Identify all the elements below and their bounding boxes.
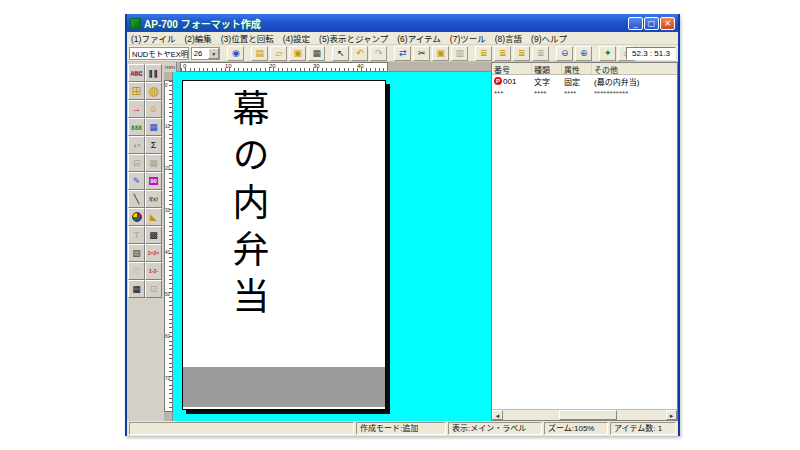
status-zoom-level: ズーム:105% xyxy=(544,422,608,435)
pen-tool-icon[interactable]: ✎ xyxy=(128,172,145,190)
label-text-item[interactable]: 幕の内弁当 xyxy=(225,89,269,324)
chevron-down-icon[interactable]: ▼ xyxy=(208,48,219,59)
line-tool-icon[interactable]: ╲ xyxy=(128,190,145,208)
ruler-tick: 20 xyxy=(165,165,170,170)
stamp-icon[interactable]: ◉ xyxy=(227,46,244,61)
status-blank xyxy=(129,422,354,435)
horizontal-ruler-scale: 0 10 20 30 40 xyxy=(180,62,388,72)
bitmap-tool-icon[interactable]: ▦ xyxy=(128,280,145,298)
function-tool-icon[interactable]: f(x) xyxy=(145,190,162,208)
ruler-tick: 10 xyxy=(165,123,170,128)
title-bar[interactable]: AP-700 フォーマット作成 _ ▢ ✕ xyxy=(127,14,678,32)
pie-chart-tool-icon[interactable] xyxy=(128,208,145,226)
design-canvas[interactable]: 幕の内弁当 xyxy=(173,72,495,421)
seal-tool-icon[interactable]: ◍ xyxy=(145,82,162,100)
align-list-icon[interactable]: ≣ xyxy=(513,46,530,61)
table-row[interactable]: *** **** **** *********** xyxy=(492,87,677,99)
menu-settings[interactable]: (4)設定 xyxy=(283,32,310,44)
label-page[interactable]: 幕の内弁当 xyxy=(182,80,386,410)
align-list-icon[interactable]: ≣ xyxy=(475,46,492,61)
menu-language[interactable]: (8)言語 xyxy=(495,32,522,44)
swap-icon[interactable]: ⇄ xyxy=(394,46,411,61)
font-size-select[interactable]: 26 ▼ xyxy=(191,47,221,60)
text-tool-icon[interactable]: ABC xyxy=(128,64,145,82)
minimize-button[interactable]: _ xyxy=(628,17,643,30)
ruler-tick: 0 xyxy=(183,63,186,69)
align-list-icon[interactable]: ≣ xyxy=(494,46,511,61)
sheets-tool-icon[interactable]: ⊡ xyxy=(145,280,162,298)
triangle-tool-icon[interactable]: ▲▼ xyxy=(128,136,145,154)
menu-help[interactable]: (9)ヘルプ xyxy=(531,32,567,44)
item-attr-cell: **** xyxy=(562,89,592,98)
arrow-tool-icon[interactable]: → xyxy=(128,100,145,118)
column-header-number[interactable]: 番号 xyxy=(492,63,532,74)
digits-tool-icon[interactable]: 00 xyxy=(145,172,162,190)
align-list-icon[interactable]: ≣ xyxy=(532,46,549,61)
ruler-tick: 50 xyxy=(165,291,170,296)
item-list-header: 番号 種類 属性 その他 xyxy=(492,63,677,75)
qr-tool-icon[interactable]: ▩ xyxy=(145,226,162,244)
column-header-attr[interactable]: 属性 xyxy=(562,63,592,74)
grid-tool-icon[interactable]: ▦ xyxy=(145,154,162,172)
horizontal-scrollbar[interactable]: ◂ ▸ xyxy=(492,409,677,420)
counter-tool-icon[interactable]: 888 xyxy=(128,118,145,136)
menu-position-rotate[interactable]: (3)位置と回転 xyxy=(221,32,274,44)
zoom-out-icon[interactable]: ⊖ xyxy=(556,46,573,61)
item-marker-icon: P xyxy=(494,77,502,85)
open-file-icon[interactable]: ▱ xyxy=(270,46,287,61)
face-tool-icon[interactable]: ☺ xyxy=(145,100,162,118)
scroll-left-icon[interactable]: ◂ xyxy=(492,410,503,420)
order-tool-icon[interactable]: 1-2- xyxy=(145,262,162,280)
item-list-panel: 番号 種類 属性 その他 P001 文字 固定 (幕の内弁当) *** ****… xyxy=(491,62,678,421)
menu-file[interactable]: (1)ファイル xyxy=(131,32,175,44)
sum-tool-icon[interactable]: Σ xyxy=(145,136,162,154)
app-window: AP-700 フォーマット作成 _ ▢ ✕ (1)ファイル (2)編集 (3)位… xyxy=(125,14,680,436)
frame-tool-icon[interactable]: □ xyxy=(128,262,145,280)
ruler-tick: 40 xyxy=(357,63,364,69)
numbered-list-tool-icon[interactable]: 1=2= xyxy=(145,244,162,262)
scrollbar-thumb[interactable] xyxy=(559,410,617,420)
menu-item[interactable]: (6)アイテム xyxy=(397,32,441,44)
ruler-unit: mm xyxy=(164,62,177,72)
select-cursor-icon[interactable]: ↖ xyxy=(332,46,349,61)
barcode-tool-icon[interactable]: ∥∥ xyxy=(145,64,162,82)
size-display: 52.3 : 51.3 xyxy=(626,47,676,60)
column-header-type[interactable]: 種類 xyxy=(532,63,562,74)
vertical-ruler-scale: 0 10 20 30 40 50 60 70 xyxy=(164,80,173,412)
scroll-right-icon[interactable]: ▸ xyxy=(666,410,677,420)
table-row[interactable]: P001 文字 固定 (幕の内弁当) xyxy=(492,75,677,87)
paste-icon[interactable]: ▥ xyxy=(451,46,468,61)
layers-tool-icon[interactable]: ⊟ xyxy=(128,154,145,172)
column-header-other[interactable]: その他 xyxy=(592,63,677,74)
font-size-value: 26 xyxy=(194,49,202,58)
copy-icon[interactable]: ▣ xyxy=(432,46,449,61)
undo-icon[interactable]: ↶ xyxy=(351,46,368,61)
label-bottom-band[interactable] xyxy=(183,367,385,407)
zoom-in-icon[interactable]: ⊕ xyxy=(575,46,592,61)
table-tool-icon[interactable]: ⊞ xyxy=(128,82,145,100)
print-icon[interactable]: ▦ xyxy=(308,46,325,61)
new-file-icon[interactable]: ▤ xyxy=(251,46,268,61)
font-name-value: NUDモトヤEX明朝 xyxy=(132,48,189,59)
text2-tool-icon[interactable]: T xyxy=(128,226,145,244)
calculator-tool-icon[interactable]: ▦ xyxy=(145,118,162,136)
font-select[interactable]: NUDモトヤEX明朝 ▼ xyxy=(129,47,189,60)
cut-icon[interactable]: ✂ xyxy=(413,46,430,61)
item-number-cell: *** xyxy=(492,89,532,98)
canvas-area: mm 0 10 20 30 40 0 10 20 30 40 xyxy=(164,62,495,421)
menu-edit[interactable]: (2)編集 xyxy=(184,32,211,44)
image-tool-icon[interactable]: ▨ xyxy=(128,244,145,262)
ruler-tick: 70 xyxy=(165,375,170,380)
menu-tools[interactable]: (7)ツール xyxy=(450,32,486,44)
item-number-cell: P001 xyxy=(492,77,532,86)
toolbar: NUDモトヤEX明朝 ▼ 26 ▼ ◉ ▤ ▱ ▣ ▦ ↖ ↶ ↷ ⇄ ✂ ▣ … xyxy=(127,45,678,62)
redo-icon[interactable]: ↷ xyxy=(370,46,387,61)
item-number: 001 xyxy=(503,77,516,86)
vertical-ruler: 0 10 20 30 40 50 60 70 xyxy=(164,72,173,421)
close-button[interactable]: ✕ xyxy=(660,17,675,30)
pages-icon[interactable]: ▣ xyxy=(289,46,306,61)
hint-icon[interactable]: ✦ xyxy=(599,46,616,61)
menu-view-jump[interactable]: (5)表示とジャンプ xyxy=(319,32,388,44)
maximize-button[interactable]: ▢ xyxy=(644,17,659,30)
polygon-tool-icon[interactable]: ◣ xyxy=(145,208,162,226)
